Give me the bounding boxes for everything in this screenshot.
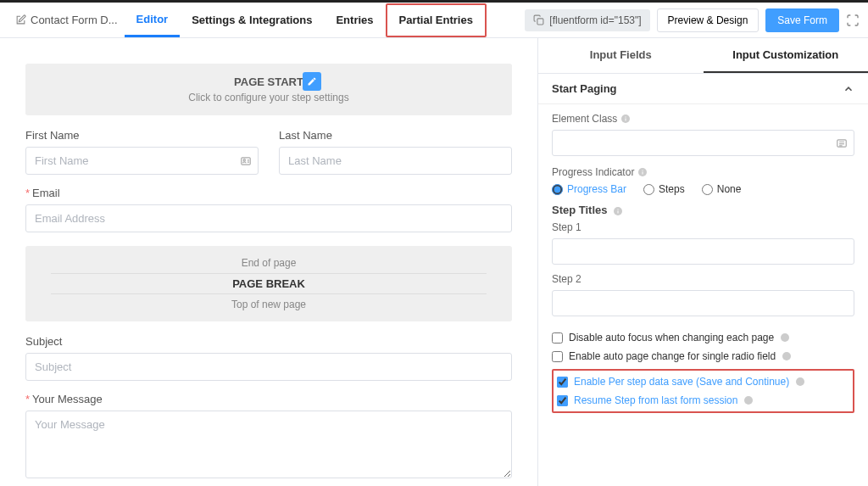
page-start-block[interactable]: PAGE START Click to configure your step … [25,64,512,115]
highlighted-options-box: Enable Per step data save (Save and Cont… [552,369,854,413]
right-panel: Input Fields Input Customization Start P… [537,38,868,486]
subject-input[interactable] [25,353,512,381]
info-icon[interactable] [782,351,792,361]
page-break-label: PAGE BREAK [51,273,487,294]
email-label: *Email [25,187,512,199]
last-name-field[interactable]: Last Name [279,129,512,175]
page-start-subtitle: Click to configure your step settings [34,92,504,103]
page-break-top-text: End of page [25,254,512,271]
message-input[interactable] [25,411,512,478]
svg-rect-0 [537,19,543,25]
shortcode-display[interactable]: [fluentform id="153"] [525,9,649,31]
email-field[interactable]: *Email [25,187,512,232]
step1-label: Step 1 [552,221,854,233]
info-icon[interactable] [743,395,754,405]
info-icon[interactable] [780,332,790,343]
step2-input[interactable] [552,290,854,316]
pencil-icon [307,76,317,87]
svg-point-7 [781,333,789,342]
form-name-breadcrumb[interactable]: Contact Form D... [8,14,125,26]
info-icon[interactable] [637,167,648,177]
tab-entries[interactable]: Entries [324,3,385,37]
radio-steps[interactable]: Steps [643,183,685,195]
tab-settings-integrations[interactable]: Settings & Integrations [180,3,324,37]
tab-editor[interactable]: Editor [125,3,181,37]
radio-none[interactable]: None [702,183,742,195]
info-icon[interactable] [620,114,631,124]
page-start-title: PAGE START [34,75,504,88]
name-suffix-icon [240,155,252,167]
page-break-bottom-text: Top of new page [25,296,512,313]
last-name-input[interactable] [279,147,512,175]
message-field[interactable]: *Your Message [25,393,512,481]
class-suffix-icon[interactable] [836,137,848,149]
check-resume-step[interactable]: Resume Step from last form session [557,391,849,410]
fullscreen-icon[interactable] [846,14,860,27]
tab-partial-entries[interactable]: Partial Entries [386,3,487,37]
element-class-input[interactable] [552,130,854,156]
step-titles-label: Step Titles [552,204,854,216]
last-name-label: Last Name [279,129,512,142]
svg-point-8 [782,352,791,360]
page-break-block[interactable]: End of page PAGE BREAK Top of new page [25,246,512,321]
copy-icon [533,14,544,25]
first-name-field[interactable]: First Name [25,129,259,175]
info-icon[interactable] [613,206,623,216]
info-icon[interactable] [795,377,805,387]
pencil-icon [15,14,26,25]
progress-indicator-label: Progress Indicator [552,166,854,178]
svg-point-2 [243,159,245,160]
element-class-label: Element Class [552,113,854,125]
message-label: *Your Message [25,393,512,405]
tab-input-fields[interactable]: Input Fields [538,38,704,73]
check-disable-auto-focus[interactable]: Disable auto focus when changing each pa… [552,328,854,347]
tab-input-customization[interactable]: Input Customization [704,38,869,73]
main-tabs: Editor Settings & Integrations Entries P… [125,3,487,37]
save-form-button[interactable]: Save Form [765,8,839,32]
subject-label: Subject [25,335,512,348]
preview-design-button[interactable]: Preview & Design [657,8,760,32]
svg-point-9 [796,377,804,386]
first-name-label: First Name [25,129,259,142]
edit-page-start-button[interactable] [303,72,321,91]
first-name-input[interactable] [25,147,259,175]
email-input[interactable] [25,204,512,232]
step1-input[interactable] [552,238,854,265]
subject-field[interactable]: Subject [25,335,512,381]
top-bar: Contact Form D... Editor Settings & Inte… [0,3,868,38]
form-canvas: PAGE START Click to configure your step … [0,38,537,486]
section-start-paging[interactable]: Start Paging [538,74,868,104]
check-auto-page-change[interactable]: Enable auto page change for single radio… [552,347,854,366]
chevron-up-icon [843,83,854,95]
step2-label: Step 2 [552,273,854,285]
svg-rect-1 [242,157,251,164]
check-per-step-save[interactable]: Enable Per step data save (Save and Cont… [557,372,849,391]
svg-point-10 [744,396,753,405]
radio-progress-bar[interactable]: Progress Bar [552,183,626,195]
